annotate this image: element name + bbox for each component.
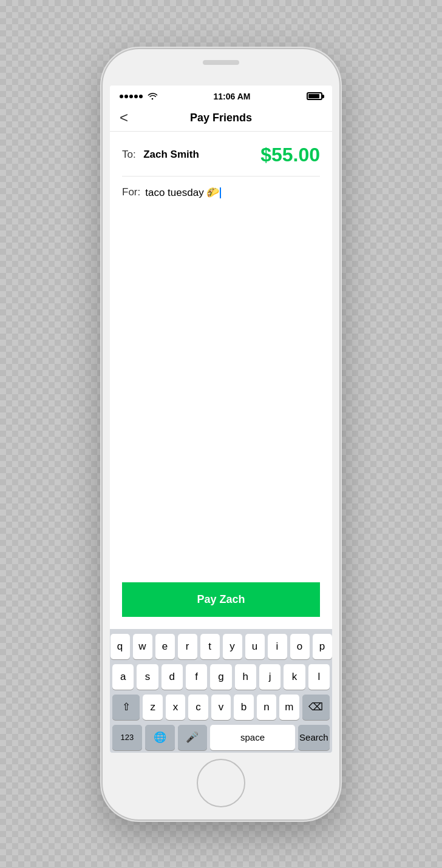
key-d[interactable]: d — [162, 664, 183, 690]
key-t[interactable]: t — [200, 634, 220, 659]
pay-button[interactable]: Pay Zach — [122, 582, 320, 617]
memo-content: taco tuesday 🌮 — [145, 187, 219, 198]
to-row: To: Zach Smith $55.00 — [122, 144, 320, 166]
phone-wrapper: 11:06 AM < Pay Friends To: Zach Smith — [93, 34, 348, 835]
key-k[interactable]: k — [284, 664, 305, 690]
key-u[interactable]: u — [245, 634, 265, 659]
key-m[interactable]: m — [279, 695, 299, 720]
key-g[interactable]: g — [210, 664, 231, 690]
payment-amount: $55.00 — [260, 144, 320, 166]
key-j[interactable]: j — [259, 664, 280, 690]
key-s[interactable]: s — [137, 664, 158, 690]
back-button[interactable]: < — [120, 109, 128, 126]
key-q[interactable]: q — [110, 634, 130, 659]
key-f[interactable]: f — [186, 664, 207, 690]
phone-outer: 11:06 AM < Pay Friends To: Zach Smith — [103, 49, 339, 819]
numbers-key[interactable]: 123 — [112, 725, 142, 750]
phone-screen: 11:06 AM < Pay Friends To: Zach Smith — [110, 86, 332, 753]
status-time: 11:06 AM — [214, 92, 251, 101]
nav-bar: < Pay Friends — [110, 105, 332, 132]
recipient-name: Zach Smith — [143, 149, 199, 160]
keyboard-row-4: 123 🌐 🎤 space Search — [112, 725, 330, 750]
key-h[interactable]: h — [235, 664, 256, 690]
signal-dot-3 — [129, 95, 133, 98]
shift-key[interactable]: ⇧ — [112, 695, 140, 720]
globe-key[interactable]: 🌐 — [145, 725, 175, 750]
battery-icon — [307, 92, 322, 100]
key-r[interactable]: r — [178, 634, 197, 659]
wifi-icon — [148, 93, 157, 100]
battery-fill — [308, 94, 319, 98]
signal-dot-4 — [134, 95, 138, 98]
search-key[interactable]: Search — [298, 725, 330, 750]
for-row: For: taco tuesday 🌮 — [122, 176, 320, 199]
signal-dot-2 — [124, 95, 128, 98]
signal-dot-5 — [139, 95, 143, 98]
key-n[interactable]: n — [257, 695, 276, 720]
keyboard-row-2: a s d f g h j k l — [112, 664, 330, 690]
key-o[interactable]: o — [290, 634, 310, 659]
page-title: Pay Friends — [190, 112, 252, 124]
content-area: To: Zach Smith $55.00 For: taco tuesday … — [110, 132, 332, 629]
for-label: For: — [122, 186, 140, 198]
key-c[interactable]: c — [188, 695, 208, 720]
key-w[interactable]: w — [133, 634, 152, 659]
signal-dot-1 — [120, 95, 123, 98]
key-e[interactable]: e — [155, 634, 175, 659]
key-l[interactable]: l — [308, 664, 330, 690]
keyboard-row-3: ⇧ z x c v b n m ⌫ — [112, 695, 330, 720]
to-section: To: Zach Smith — [122, 149, 199, 161]
space-key[interactable]: space — [210, 725, 294, 750]
status-left — [120, 93, 157, 100]
key-v[interactable]: v — [211, 695, 231, 720]
backspace-key[interactable]: ⌫ — [302, 695, 330, 720]
key-b[interactable]: b — [234, 695, 253, 720]
key-i[interactable]: i — [268, 634, 287, 659]
status-bar: 11:06 AM — [110, 86, 332, 105]
key-x[interactable]: x — [166, 695, 185, 720]
keyboard-row-1: q w e r t y u i o p — [112, 634, 330, 659]
home-button[interactable] — [197, 759, 245, 807]
key-z[interactable]: z — [143, 695, 162, 720]
keyboard: q w e r t y u i o p a s d f g — [110, 629, 332, 753]
key-y[interactable]: y — [223, 634, 242, 659]
text-cursor — [220, 187, 221, 198]
memo-text: taco tuesday 🌮 — [145, 186, 221, 199]
mic-key[interactable]: 🎤 — [178, 725, 208, 750]
signal-dots — [120, 95, 143, 98]
to-label: To: — [122, 149, 136, 160]
key-p[interactable]: p — [313, 634, 332, 659]
status-right — [307, 92, 322, 100]
key-a[interactable]: a — [112, 664, 134, 690]
